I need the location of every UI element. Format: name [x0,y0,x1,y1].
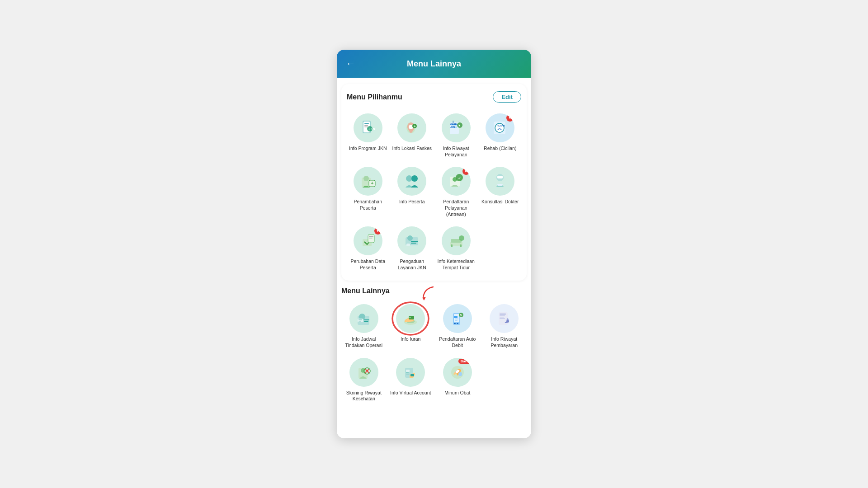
menu-item-info-lokasi-faskes[interactable]: + Info Lokasi Faskes [391,111,434,160]
icon-wrap-info-lokasi-faskes: + [397,113,426,142]
svg-rect-42 [411,241,418,242]
label-info-riwayat-pembayaran: Info Riwayat Pembayaran [483,336,526,348]
icon-wrap-konsultasi-dokter [486,167,514,196]
icon-wrap-info-riwayat-pelayanan: I CARE JKN ♥ [442,113,471,142]
icon-wrap-info-ketersediaan-tempat-tidur [442,226,471,255]
svg-point-89 [458,372,462,376]
svg-text:REHAB: REHAB [497,124,505,127]
icon-wrap-pendaftaran-auto-debit: $ [443,304,472,333]
skrining-icon [354,362,374,382]
svg-rect-75 [500,318,505,319]
label-info-iuran: Info Iuran [401,336,420,343]
icon-wrap-info-program-jkn: JKN [354,113,382,142]
svg-rect-2 [364,123,369,124]
svg-point-41 [407,235,413,241]
info-lokasi-faskes-icon: + [402,118,422,138]
menu-pilihanmu-grid: JKN Info Program JKN + [347,111,521,273]
svg-text:JKN: JKN [368,127,375,131]
svg-text:$: $ [460,314,462,317]
icon-wrap-info-peserta [397,167,426,196]
menu-item-skrining-riwayat-kesehatan[interactable]: Skrining Riwayat Kesehatan [341,355,387,405]
icon-wrap-minum-obat: Baru [443,358,472,387]
label-info-ketersediaan-tempat-tidur: Info Ketersediaan Tempat Tidur [436,258,476,271]
menu-item-konsultasi-dokter[interactable]: Konsultasi Dokter [479,164,522,220]
edit-button[interactable]: Edit [493,91,521,103]
svg-marker-58 [422,297,426,300]
svg-rect-67 [455,319,458,319]
rehab-cicilan-icon: REHAB [490,118,510,138]
icon-wrap-skrining [349,358,378,387]
menu-item-info-riwayat-pembayaran[interactable]: Info Riwayat Pembayaran [482,301,527,351]
icon-wrap-penambahan-peserta: + [354,167,382,196]
svg-point-28 [411,175,418,182]
menu-item-info-iuran[interactable]: Info Iuran [388,301,434,351]
header: ← Menu Lainnya [337,50,531,78]
icon-wrap-rehab-cicilan: REHAB ♥ [486,113,514,142]
info-iuran-icon [401,309,420,328]
minum-obat-new-badge: Baru [458,359,471,364]
svg-rect-48 [451,244,453,247]
svg-rect-84 [410,374,414,376]
perubahan-data-peserta-icon [358,231,378,251]
pendaftaran-pelayanan-icon: ✓ [446,171,466,191]
info-virtual-account-icon [401,362,420,382]
svg-rect-73 [500,315,505,316]
svg-rect-38 [369,236,373,237]
menu-item-minum-obat[interactable]: Baru Minum Obat [435,355,480,405]
icon-wrap-info-virtual-account [396,358,425,387]
svg-rect-53 [364,321,368,322]
svg-rect-43 [411,243,416,244]
svg-rect-74 [500,317,504,318]
label-info-virtual-account: Info Virtual Account [390,390,431,396]
back-button[interactable]: ← [346,58,356,70]
svg-rect-82 [406,372,409,373]
svg-point-24 [363,176,369,181]
menu-item-info-peserta[interactable]: Info Peserta [391,164,434,220]
svg-text:♥: ♥ [458,123,461,127]
label-rehab-cicilan: Rehab (Cicilan) [484,145,516,152]
menu-item-info-program-jkn[interactable]: JKN Info Program JKN [347,111,389,160]
info-riwayat-pembayaran-icon [494,309,514,328]
menu-item-perubahan-data-peserta[interactable]: ♥ Perubahan Data Peserta [347,224,389,273]
svg-point-47 [459,235,464,241]
svg-rect-3 [364,125,368,126]
menu-pilihanmu-section: Menu Pilihanmu Edit [337,84,531,281]
menu-item-rehab-cicilan[interactable]: REHAB ♥ Rehab (Cicilan) [479,111,522,160]
label-pendaftaran-auto-debit: Pendaftaran Auto Debit [436,336,479,348]
header-title: Menu Lainnya [361,59,507,69]
svg-rect-4 [364,127,368,127]
minum-obat-icon [448,362,467,382]
svg-rect-55 [359,319,362,320]
menu-item-penambahan-peserta[interactable]: + Penambahan Peserta [347,164,389,220]
perubahan-heart-badge: ♥ [374,227,382,235]
menu-item-info-ketersediaan-tempat-tidur[interactable]: Info Ketersediaan Tempat Tidur [435,224,477,273]
svg-rect-54 [358,319,363,322]
menu-item-pendaftaran-auto-debit[interactable]: $ Pendaftaran Auto Debit [435,301,480,351]
menu-item-info-riwayat-pelayanan[interactable]: I CARE JKN ♥ Info Riwayat Pelayanan [435,111,477,160]
menu-item-pengaduan-layanan-jkn[interactable]: Pengaduan Layanan JKN [391,224,434,273]
svg-text:+: + [371,180,373,186]
svg-rect-68 [455,320,458,321]
info-program-jkn-icon: JKN [358,118,378,138]
menu-lainnya-grid: Info Jadwal Tindakan Operasi [341,301,527,405]
menu-item-info-virtual-account[interactable]: Info Virtual Account [388,355,434,405]
info-riwayat-pelayanan-icon: I CARE JKN ♥ [446,118,466,138]
icon-wrap-pengaduan-layanan-jkn [397,226,426,255]
icon-wrap-perubahan-data-peserta: ♥ [354,226,382,255]
svg-rect-34 [497,176,503,178]
svg-rect-83 [406,374,410,375]
menu-item-pendaftaran-pelayanan[interactable]: ✓ ♥ Pendaftaran Pelayanan (Antrean) [435,164,477,220]
svg-rect-52 [364,319,369,320]
svg-rect-64 [454,323,456,324]
icon-wrap-info-riwayat-pembayaran [490,304,519,333]
label-konsultasi-dokter: Konsultasi Dokter [481,199,519,205]
svg-rect-66 [454,316,458,318]
svg-text:✓: ✓ [458,176,462,180]
label-pendaftaran-pelayanan: Pendaftaran Pelayanan (Antrean) [436,199,476,217]
menu-item-info-jadwal-tindakan-operasi[interactable]: Info Jadwal Tindakan Operasi [341,301,387,351]
svg-rect-72 [500,314,506,314]
svg-rect-60 [409,316,414,319]
svg-text:+: + [414,124,416,128]
label-info-program-jkn: Info Program JKN [349,145,387,152]
svg-rect-65 [457,323,458,324]
